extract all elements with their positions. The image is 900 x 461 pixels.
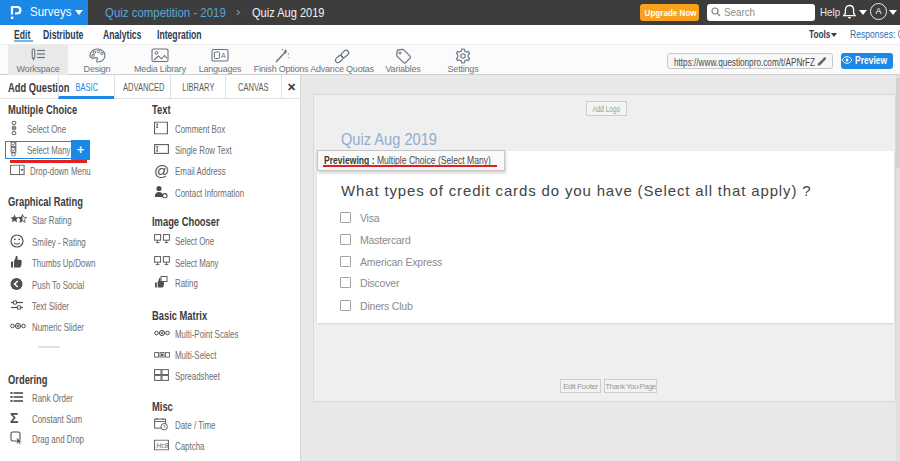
svg-text:Hc8: Hc8 <box>157 442 169 449</box>
svg-text:A: A <box>221 52 226 59</box>
